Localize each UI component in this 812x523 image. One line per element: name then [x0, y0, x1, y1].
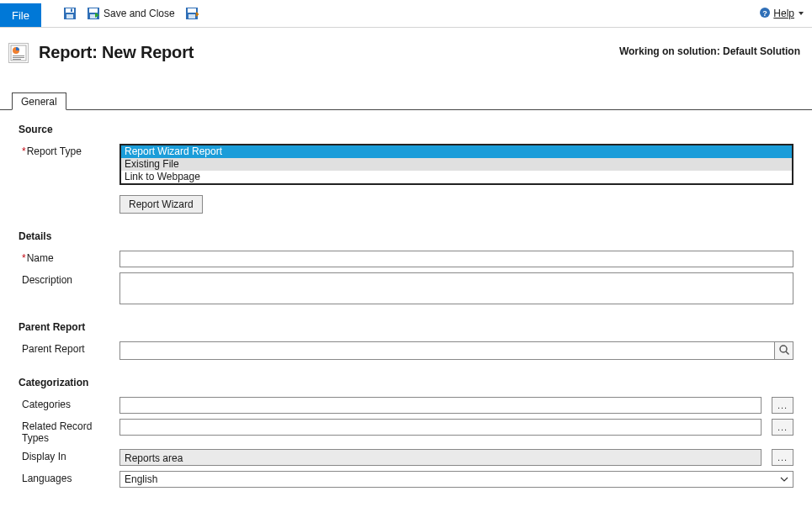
save-button[interactable]	[58, 7, 82, 20]
save-icon	[63, 7, 77, 20]
related-record-types-input[interactable]	[119, 419, 762, 436]
label-parent-report: Parent Report	[19, 341, 119, 355]
svg-rect-12	[11, 45, 26, 61]
ellipsis-icon: ...	[778, 452, 788, 462]
section-source-heading: Source	[19, 124, 793, 135]
svg-rect-8	[188, 8, 196, 13]
label-description: Description	[19, 272, 119, 286]
languages-select[interactable]: English	[119, 471, 793, 488]
svg-rect-16	[13, 59, 21, 60]
search-icon	[778, 344, 790, 358]
chevron-down-icon	[799, 12, 804, 15]
parent-report-lookup-button[interactable]	[774, 342, 793, 359]
svg-rect-1	[66, 8, 74, 13]
required-indicator: *	[22, 145, 26, 157]
label-name: * Name	[19, 251, 119, 264]
solution-context: Working on solution: Default Solution	[619, 45, 800, 57]
svg-rect-3	[71, 9, 72, 13]
description-input[interactable]	[119, 272, 793, 304]
report-type-option-wizard[interactable]: Report Wizard Report	[121, 145, 792, 158]
save-new-icon	[185, 7, 199, 20]
name-input[interactable]	[119, 251, 793, 267]
required-indicator: *	[22, 252, 26, 264]
display-in-picker-button[interactable]: ...	[772, 449, 793, 466]
svg-rect-5	[89, 8, 98, 13]
report-type-listbox[interactable]: Report Wizard Report Existing File Link …	[119, 144, 793, 185]
display-in-field[interactable]: Reports area	[119, 449, 762, 466]
svg-rect-2	[66, 14, 73, 18]
parent-report-lookup[interactable]	[119, 341, 793, 360]
label-categories: Categories	[19, 397, 119, 410]
section-details-heading: Details	[19, 230, 793, 242]
languages-value: English	[120, 473, 776, 485]
report-type-option-link[interactable]: Link to Webpage	[121, 171, 792, 183]
tab-general-label: General	[21, 96, 57, 108]
section-parent-heading: Parent Report	[19, 321, 793, 333]
save-close-icon	[87, 7, 100, 20]
name-label-text: Name	[27, 252, 54, 264]
section-categorization-heading: Categorization	[19, 377, 793, 388]
description-label-text: Description	[22, 274, 72, 286]
svg-rect-14	[13, 55, 24, 56]
file-menu-label: File	[12, 9, 29, 22]
label-languages: Languages	[19, 471, 119, 484]
categories-picker-button[interactable]: ...	[772, 397, 793, 414]
parent-label-text: Parent Report	[22, 343, 85, 355]
form-general: Source * Report Type Report Wizard Repor…	[0, 110, 812, 518]
languages-label-text: Languages	[22, 473, 72, 484]
display-in-label-text: Display In	[22, 451, 66, 462]
save-and-close-button[interactable]: Save and Close	[82, 7, 180, 20]
help-label: Help	[773, 8, 794, 19]
help-icon: ?	[759, 7, 771, 21]
svg-text:?: ?	[763, 8, 768, 17]
svg-rect-15	[13, 57, 24, 58]
label-display-in: Display In	[19, 449, 119, 462]
tab-bar: General	[0, 92, 812, 110]
categories-label-text: Categories	[22, 399, 71, 410]
header: Report: New Report Working on solution: …	[0, 28, 812, 71]
related-record-types-picker-button[interactable]: ...	[772, 419, 793, 436]
categories-input[interactable]	[119, 397, 762, 414]
report-wizard-button[interactable]: Report Wizard	[119, 195, 203, 214]
tab-general[interactable]: General	[12, 92, 66, 110]
svg-point-17	[780, 346, 787, 352]
toolbar: File Save and Close ? Help	[0, 0, 812, 28]
ellipsis-icon: ...	[778, 400, 788, 410]
report-type-label-text: Report Type	[27, 145, 82, 157]
label-report-type: * Report Type	[19, 144, 119, 157]
ellipsis-icon: ...	[778, 422, 788, 432]
page-title: Report: New Report	[39, 43, 194, 62]
svg-line-18	[786, 351, 789, 355]
label-related-record-types: Related Record Types	[19, 419, 119, 444]
save-and-close-label: Save and Close	[103, 8, 175, 19]
parent-report-input[interactable]	[120, 342, 774, 359]
help-link[interactable]: ? Help	[759, 7, 804, 21]
file-menu-button[interactable]: File	[0, 3, 41, 27]
report-icon	[8, 43, 29, 63]
save-and-new-button[interactable]	[180, 7, 204, 20]
report-type-option-file[interactable]: Existing File	[121, 158, 792, 171]
chevron-down-icon	[776, 474, 793, 484]
svg-rect-9	[188, 14, 195, 18]
related-label-text: Related Record Types	[22, 420, 119, 444]
